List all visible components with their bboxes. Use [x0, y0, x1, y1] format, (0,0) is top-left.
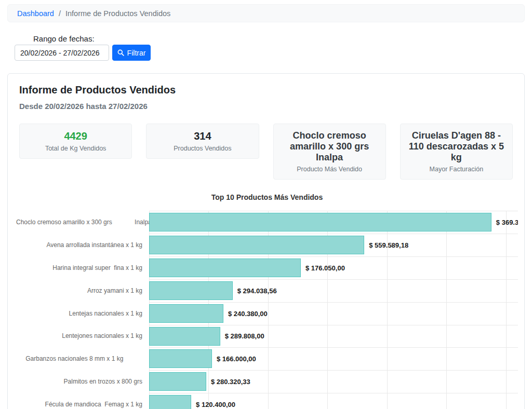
breadcrumb-link-dashboard[interactable]: Dashboard [17, 9, 54, 18]
summary-card-label: Total de Kg Vendidos [25, 145, 126, 152]
chart-row-6: Garbanzos nacionales 8 mm x 1 kg $ 166.0… [16, 347, 518, 370]
summary-card-label: Mayor Facturación [406, 166, 507, 173]
chart-bar[interactable] [149, 395, 191, 409]
summary-card-value: 314 [152, 130, 253, 143]
chart-value-label: $ 120.400,00 [196, 401, 235, 408]
chart-bar[interactable] [149, 258, 301, 277]
chart-category-label: Palmitos en trozos x 800 grs [16, 378, 142, 385]
chart-category-label: Lentejas nacionales x 1 kg [16, 310, 142, 317]
top-products-bar-chart: Choclo cremoso amarillo x 300 grs Inalpa… [16, 211, 518, 409]
chart-row-1: Avena arrollada instantánea x 1 kg$ 559.… [16, 234, 518, 256]
chart-value-label: $ 280.320,33 [211, 378, 250, 386]
chart-row-2: Harina integral super fina x 1 kg$ 176.0… [16, 256, 518, 279]
summary-card-value: Ciruelas D'agen 88 - 110 descarozadas x … [406, 130, 507, 163]
summary-card-3: Ciruelas D'agen 88 - 110 descarozadas x … [400, 124, 513, 180]
chart-bar[interactable] [149, 349, 212, 368]
chart-row-7: Palmitos en trozos x 800 grs$ 280.320,33 [16, 370, 518, 393]
summary-card-value: 4429 [25, 130, 126, 143]
filter-button[interactable]: Filtrar [112, 45, 151, 61]
breadcrumb: Dashboard / Informe de Productos Vendido… [7, 4, 525, 22]
page-title: Informe de Productos Vendidos [19, 84, 513, 96]
breadcrumb-current: Informe de Productos Vendidos [65, 9, 170, 18]
chart-value-label: $ 176.050,00 [305, 264, 345, 271]
date-range-input[interactable] [15, 45, 109, 61]
summary-card-2: Choclo cremoso amarillo x 300 grs Inalpa… [273, 124, 386, 180]
summary-card-0: 4429Total de Kg Vendidos [19, 124, 132, 159]
chart-category-label: Harina integral super fina x 1 kg [16, 264, 142, 271]
chart-category-label: Lentejones nacionales x 1 kg [16, 332, 142, 339]
chart-bar[interactable] [149, 213, 491, 231]
chart-category-label: Garbanzos nacionales 8 mm x 1 kg [16, 355, 142, 362]
chart-value-label: $ 294.038,56 [237, 287, 277, 294]
report-date-range-subtitle: Desde 20/02/2026 hasta 27/02/2026 [19, 102, 513, 111]
chart-value-label: $ 240.380,00 [228, 309, 268, 317]
chart-title: Top 10 Productos Más Vendidos [16, 193, 518, 201]
chart-category-label: Choclo cremoso amarillo x 300 grs Inalpa [16, 219, 142, 226]
chart-bar[interactable] [149, 327, 220, 346]
summary-cards-row: 4429Total de Kg Vendidos314Productos Ven… [19, 124, 513, 180]
chart-category-label: Avena arrollada instantánea x 1 kg [16, 241, 142, 249]
summary-card-value: Choclo cremoso amarillo x 300 grs Inalpa [279, 130, 380, 163]
summary-card-label: Producto Más Vendido [279, 166, 380, 173]
chart-row-0: Choclo cremoso amarillo x 300 grs Inalpa… [16, 211, 518, 234]
chart-bar[interactable] [149, 281, 233, 300]
search-icon [117, 49, 124, 56]
date-range-label: Rango de fechas: [33, 34, 95, 43]
chart-row-4: Lentejas nacionales x 1 kg$ 240.380,00 [16, 302, 518, 325]
chart-category-label: Fécula de mandioca Femag x 1 kg [16, 401, 142, 408]
report-card: Informe de Productos Vendidos Desde 20/0… [7, 73, 525, 409]
summary-card-label: Productos Vendidos [152, 145, 253, 152]
chart-category-label: Arroz yamani x 1 kg [16, 287, 142, 294]
chart-row-8: Fécula de mandioca Femag x 1 kg$ 120.400… [16, 393, 518, 409]
chart-row-3: Arroz yamani x 1 kg$ 294.038,56 [16, 279, 518, 302]
chart-bar[interactable] [149, 372, 206, 391]
chart-value-label: $ 559.589,18 [369, 241, 408, 249]
chart-value-label: $ 166.000,00 [217, 355, 256, 363]
breadcrumb-separator: / [59, 9, 61, 18]
chart-bar[interactable] [149, 236, 364, 254]
chart-value-label: $ 289.808,00 [225, 332, 264, 340]
chart-bar[interactable] [149, 304, 223, 323]
summary-card-1: 314Productos Vendidos [146, 124, 259, 159]
filter-button-label: Filtrar [127, 49, 146, 57]
chart-row-5: Lentejones nacionales x 1 kg$ 289.808,00 [16, 325, 518, 348]
chart-value-label: $ 369.3 [496, 218, 518, 226]
